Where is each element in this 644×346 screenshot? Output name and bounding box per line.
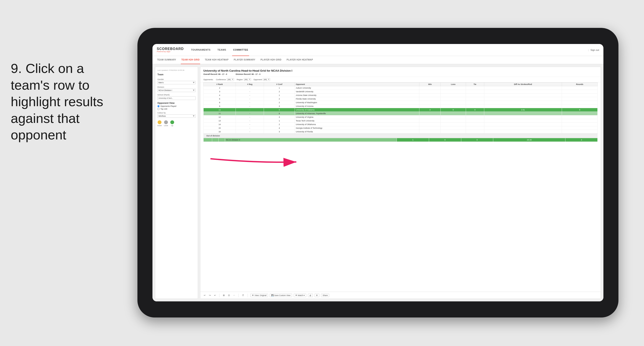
table-cell (466, 126, 484, 130)
table-cell (441, 97, 466, 101)
table-cell: 3 (264, 104, 295, 108)
table-cell (466, 119, 484, 123)
table-cell: - (236, 86, 264, 90)
sign-out-link[interactable]: Sign out (590, 49, 599, 51)
table-row[interactable]: 13-1Texas Tech University (204, 119, 598, 123)
toolbar-sep2 (238, 294, 238, 297)
table-cell: 8 (204, 101, 236, 104)
subnav-player-h2h-heatmap[interactable]: PLAYER H2H HEATMAP (286, 56, 314, 64)
table-header-row: # Rank # Reg # Conf Opponent Win Loss Ti… (204, 83, 598, 86)
col-rank: # Rank (204, 83, 236, 86)
nav-tournaments[interactable]: TOURNAMENTS (190, 44, 212, 56)
filters-row: Opponents: Conference (All) Region (All) (200, 77, 600, 82)
table-cell: 0 (441, 108, 466, 112)
legend-up-dot (170, 120, 174, 124)
toolbar-export[interactable]: ⬇ (314, 294, 319, 297)
table-row[interactable]: 4-1Arizona State University (204, 93, 598, 97)
nav-teams[interactable]: TEAMS (216, 44, 227, 56)
table-cell: Florida State University (295, 97, 420, 101)
conference-label: Conference (216, 78, 226, 81)
nav-divider: | (588, 49, 589, 51)
table-cell: - (236, 104, 264, 108)
nav-bar: SCOREBOARD Powered by clippi TOURNAMENTS… (152, 44, 604, 56)
toolbar-undo[interactable]: ↩ (203, 294, 206, 297)
toolbar-view[interactable]: 👁 View: Original (250, 294, 268, 297)
sidebar-gender-select[interactable]: Men's (158, 81, 196, 84)
table-cell: University of Oklahoma (295, 123, 420, 126)
toolbar-more[interactable]: ··· (232, 294, 236, 297)
legend-down-dot (158, 120, 162, 124)
subnav-player-summary[interactable]: PLAYER SUMMARY (233, 56, 256, 64)
nav-committee[interactable]: COMMITTEE (232, 44, 249, 56)
sidebar-colour-by-select[interactable]: Win/loss (158, 114, 196, 118)
table-row[interactable]: 12-3University of Virginia (204, 115, 598, 119)
radio-top100[interactable]: Top 100 (158, 108, 196, 110)
table-cell (441, 90, 466, 93)
toolbar-copy[interactable]: ⊞ (222, 294, 226, 297)
table-cell: - (236, 108, 264, 112)
table-row[interactable]: 15-4Georgia Institute of Technology (204, 126, 598, 130)
logo-sub: Powered by clippi (157, 51, 184, 52)
nav-right: | Sign out (588, 49, 599, 51)
subnav-team-h2h-grid[interactable]: TEAM H2H GRID (181, 56, 200, 64)
table-cell (420, 104, 441, 108)
subnav-player-h2h-grid[interactable]: PLAYER H2H GRID (260, 56, 282, 64)
toolbar-print[interactable]: 🖨 (308, 294, 313, 297)
toolbar-save[interactable]: 💾 Save Custom View (270, 294, 292, 297)
radio-opponents-played-input[interactable] (158, 105, 160, 107)
legend-up-label: Up (171, 125, 173, 127)
out-of-division-row[interactable]: NCAA Division II 1 0 0 26.00 3 (204, 138, 598, 142)
table-cell (484, 97, 562, 101)
table-row[interactable]: 11-6University of Arkansas, Fayetteville (204, 112, 598, 115)
table-cell: 3 (264, 115, 295, 119)
table-row[interactable]: 11-5University of Alabama3002.618 (204, 108, 598, 112)
subnav-team-summary[interactable]: TEAM SUMMARY (157, 56, 176, 64)
sidebar-division-label: Division (158, 86, 196, 88)
sidebar-division-select[interactable]: NCAA Division I (158, 89, 196, 92)
toolbar-clock[interactable]: ⏱ (241, 294, 245, 297)
table-cell (562, 126, 598, 130)
subnav-team-h2h-heatmap[interactable]: TEAM H2H HEATMAP (204, 56, 229, 64)
panel-title: University of North Carolina Head-to-Hea… (203, 69, 598, 72)
toolbar-watch-label: Watch ▾ (298, 294, 305, 297)
table-cell: 4 (204, 93, 236, 97)
table-cell (466, 86, 484, 90)
toolbar-share[interactable]: Share (321, 294, 329, 297)
toolbar-redo[interactable]: ↪ (208, 294, 212, 297)
toolbar-undo2[interactable]: ↩ (213, 294, 217, 297)
toolbar-save-label: Save Custom View (274, 294, 290, 297)
table-cell: 2 (264, 97, 295, 101)
table-cell: 14 (204, 123, 236, 126)
table-row[interactable]: 8-2University of Washington (204, 101, 598, 104)
table-cell: 6 (204, 97, 236, 101)
toolbar-watch[interactable]: 👁 Watch ▾ (294, 294, 306, 297)
table-cell: Texas Tech University (295, 119, 420, 123)
table-cell (441, 101, 466, 104)
opponent-select[interactable]: (All) (263, 78, 270, 81)
table-cell: - (236, 97, 264, 101)
table-cell (484, 115, 562, 119)
region-select[interactable]: (All) (244, 78, 251, 81)
nav-links: TOURNAMENTS TEAMS COMMITTEE (190, 44, 588, 56)
table-cell (484, 112, 562, 115)
table-row[interactable]: 2-1Auburn University (204, 86, 598, 90)
table-row[interactable]: 9-3University of Arizona (204, 104, 598, 108)
table-row[interactable]: 14-2University of Oklahoma (204, 123, 598, 126)
radio-top100-input[interactable] (158, 108, 160, 110)
table-cell: 2 (204, 86, 236, 90)
table-cell: - (236, 119, 264, 123)
table-cell (562, 119, 598, 123)
conference-select[interactable]: (All) (227, 78, 234, 81)
table-cell: - (236, 101, 264, 104)
opponents-label: Opponents: (203, 78, 214, 81)
table-cell (420, 101, 441, 104)
toolbar-paste[interactable]: ⊡ (227, 294, 231, 297)
table-row[interactable]: 3-2Vanderbilt University (204, 90, 598, 93)
radio-opponents-played[interactable]: Opponents Played (158, 105, 196, 107)
region-filter: Region (All) (237, 78, 251, 81)
table-cell (562, 97, 598, 101)
table-cell: - (236, 93, 264, 97)
table-row[interactable]: 6-2Florida State University (204, 97, 598, 101)
table-cell (441, 104, 466, 108)
table-row[interactable]: 16-3University of Florida (204, 130, 598, 134)
